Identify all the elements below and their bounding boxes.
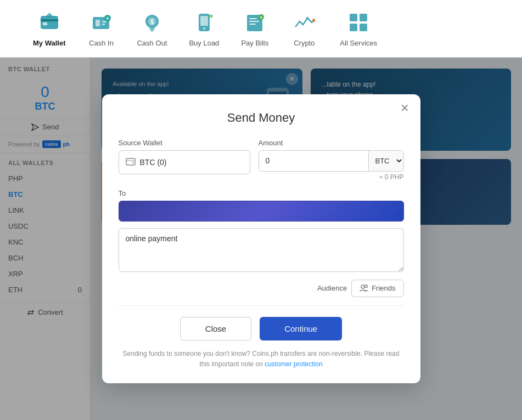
svg-rect-28 (350, 24, 357, 31)
nav-item-all-services[interactable]: All Services (329, 5, 388, 53)
nav-item-cash-out[interactable]: $ Cash Out (126, 5, 178, 53)
svg-point-25 (306, 17, 308, 19)
source-wallet-value: BTC (0) (140, 158, 167, 167)
source-wallet-group: Source Wallet BTC (0) (119, 139, 250, 181)
my-wallet-icon (37, 10, 61, 35)
customer-protection-link[interactable]: customer protection (265, 360, 322, 368)
nav-item-my-wallet[interactable]: My Wallet (22, 5, 76, 53)
nav-label-my-wallet: My Wallet (33, 39, 65, 47)
svg-point-38 (365, 285, 368, 287)
friends-button[interactable]: Friends (351, 280, 403, 297)
to-label: To (119, 189, 404, 197)
svg-rect-27 (360, 14, 367, 21)
svg-rect-29 (360, 24, 367, 31)
cash-in-icon: + (89, 10, 113, 35)
svg-rect-34 (126, 158, 135, 165)
svg-point-37 (361, 285, 364, 288)
svg-rect-21 (249, 24, 256, 25)
source-wallet-label: Source Wallet (119, 139, 250, 147)
source-wallet-field: BTC (0) (119, 150, 250, 174)
svg-rect-19 (249, 18, 257, 19)
buy-load-icon: + (192, 10, 216, 35)
svg-text:+: + (260, 15, 263, 20)
wallet-icon (126, 156, 136, 168)
to-group: To (119, 189, 404, 222)
nav-label-cash-out: Cash Out (137, 39, 167, 47)
nav-label-all-services: All Services (340, 39, 377, 47)
modal-title: Send Money (119, 111, 404, 125)
nav-label-pay-bills: Pay Bills (241, 39, 268, 47)
svg-rect-7 (102, 24, 105, 25)
modal-close-button[interactable]: ✕ (400, 103, 409, 113)
svg-rect-14 (200, 16, 208, 26)
modal-disclaimer: Sending funds to someone you don't know?… (119, 349, 404, 370)
amount-input[interactable] (259, 151, 368, 171)
svg-rect-0 (41, 16, 58, 29)
main-content: BTC WALLET 0 BTC Send Powered by coins p… (0, 58, 522, 420)
svg-rect-35 (126, 160, 135, 161)
memo-textarea[interactable]: online payment (119, 228, 404, 272)
modal-divider (119, 305, 404, 306)
modal-actions: Close Continue (119, 317, 404, 340)
source-amount-row: Source Wallet BTC (0) Amount (119, 139, 404, 181)
svg-rect-36 (132, 162, 134, 163)
close-button[interactable]: Close (180, 317, 251, 340)
nav-item-crypto[interactable]: Crypto (279, 5, 329, 53)
amount-wrapper: BTC PHP (259, 150, 404, 172)
svg-marker-3 (45, 13, 54, 17)
audience-label: Audience (317, 284, 347, 292)
crypto-icon (292, 10, 316, 35)
nav-item-pay-bills[interactable]: + Pay Bills (230, 5, 279, 53)
nav-item-cash-in[interactable]: + Cash In (76, 5, 126, 53)
top-nav: My Wallet + Cash In $ Cash Out (0, 0, 522, 58)
svg-rect-2 (43, 22, 47, 25)
svg-point-15 (203, 27, 205, 30)
to-input[interactable] (119, 201, 404, 222)
friends-icon (360, 284, 368, 293)
php-equiv: ≈ 0 PHP (259, 173, 404, 181)
svg-rect-20 (249, 21, 259, 22)
send-money-modal: ✕ Send Money Source Wallet (102, 94, 420, 383)
svg-text:+: + (209, 14, 211, 18)
nav-label-cash-in: Cash In (89, 39, 114, 47)
nav-label-crypto: Crypto (294, 39, 315, 47)
pay-bills-icon: + (243, 10, 267, 35)
all-services-icon (346, 10, 371, 35)
amount-group: Amount BTC PHP ≈ 0 PHP (259, 139, 404, 181)
modal-overlay: ✕ Send Money Source Wallet (0, 58, 522, 420)
continue-button[interactable]: Continue (260, 317, 342, 340)
audience-row: Audience Friends (119, 280, 404, 297)
svg-rect-1 (41, 19, 58, 21)
svg-text:$: $ (150, 18, 154, 26)
currency-select[interactable]: BTC PHP (368, 151, 403, 171)
svg-rect-5 (96, 20, 100, 26)
amount-label: Amount (259, 139, 404, 147)
svg-rect-26 (350, 14, 357, 21)
nav-label-buy-load: Buy Load (189, 39, 219, 47)
svg-text:+: + (106, 15, 110, 21)
nav-item-buy-load[interactable]: + Buy Load (178, 5, 230, 53)
cash-out-icon: $ (140, 10, 164, 35)
